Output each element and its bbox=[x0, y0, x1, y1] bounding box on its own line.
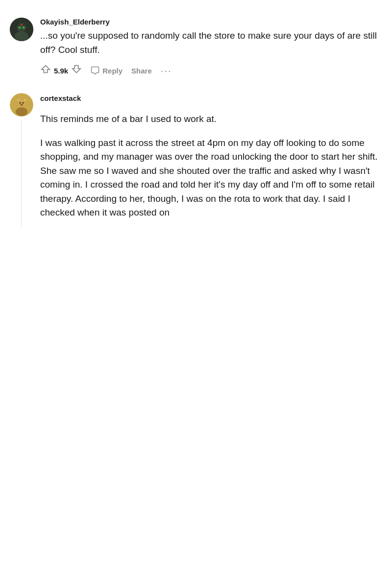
svg-point-9 bbox=[16, 107, 27, 116]
avatar-okayish bbox=[10, 18, 33, 41]
upvote-icon[interactable] bbox=[40, 64, 51, 77]
downvote-icon[interactable] bbox=[71, 64, 82, 77]
avatar-cortexstack bbox=[10, 93, 33, 117]
comment-1: Okayish_Elderberry ...so you're supposed… bbox=[0, 10, 392, 85]
svg-point-17 bbox=[17, 99, 19, 101]
thread-left bbox=[10, 93, 33, 227]
svg-point-5 bbox=[23, 26, 25, 29]
username-cortexstack: cortexstack bbox=[40, 94, 382, 102]
svg-rect-7 bbox=[20, 29, 23, 30]
svg-point-6 bbox=[21, 24, 23, 26]
comment-2-container: cortexstack This reminds me of a bar I u… bbox=[0, 85, 392, 235]
comment-1-content: Okayish_Elderberry ...so you're supposed… bbox=[40, 18, 382, 77]
comment-1-text: ...so you're supposed to randomly call t… bbox=[40, 29, 382, 57]
svg-point-11 bbox=[19, 102, 21, 104]
username-okayish: Okayish_Elderberry bbox=[40, 18, 382, 26]
svg-point-4 bbox=[19, 26, 21, 29]
share-button[interactable]: Share bbox=[131, 67, 152, 75]
more-options-button[interactable]: ··· bbox=[161, 65, 172, 76]
svg-point-14 bbox=[21, 104, 23, 106]
page-container: Okayish_Elderberry ...so you're supposed… bbox=[0, 0, 392, 244]
action-bar-1: 5.9k Reply Share bbox=[40, 64, 382, 77]
svg-point-12 bbox=[22, 102, 24, 104]
comment-2-content: cortexstack This reminds me of a bar I u… bbox=[40, 93, 382, 227]
svg-point-1 bbox=[15, 31, 28, 41]
vote-count: 5.9k bbox=[54, 67, 68, 75]
reply-button[interactable]: Reply bbox=[91, 66, 122, 75]
svg-point-18 bbox=[24, 99, 26, 101]
comment-2-paragraph-2: I was walking past it across the street … bbox=[40, 136, 382, 220]
comment-2-paragraph-1: This reminds me of a bar I used to work … bbox=[40, 112, 382, 126]
upvote-section: 5.9k bbox=[40, 64, 82, 77]
thread-line bbox=[21, 120, 22, 227]
